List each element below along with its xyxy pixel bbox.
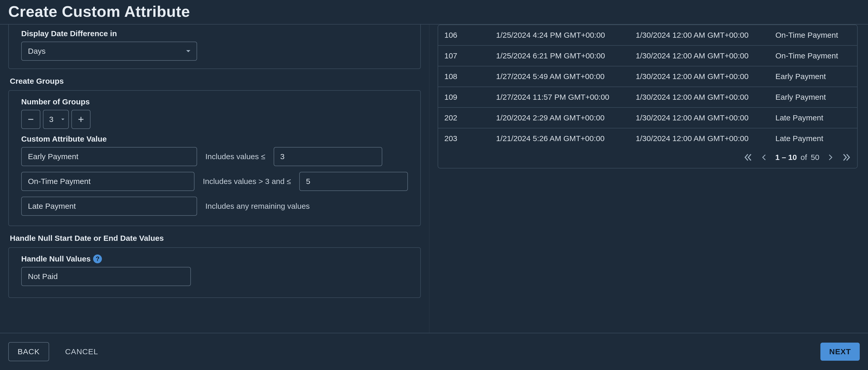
table-cell: 1/30/2024 12:00 AM GMT+00:00 bbox=[629, 25, 769, 45]
handle-null-heading: Handle Null Start Date or End Date Value… bbox=[10, 234, 421, 243]
table-cell: 203 bbox=[438, 128, 490, 148]
table-cell: 1/20/2024 2:29 AM GMT+00:00 bbox=[490, 107, 629, 128]
chevron-double-left-icon bbox=[744, 153, 753, 162]
group-threshold-input[interactable] bbox=[299, 172, 408, 191]
chevron-left-icon bbox=[760, 154, 768, 161]
pager-last-button[interactable] bbox=[842, 153, 851, 162]
minus-icon bbox=[27, 116, 34, 123]
config-left-pane: Display Date Difference in Create Groups… bbox=[0, 25, 429, 333]
table-row: 2021/20/2024 2:29 AM GMT+00:001/30/2024 … bbox=[438, 107, 857, 128]
table-cell: 202 bbox=[438, 107, 490, 128]
table-cell: On-Time Payment bbox=[769, 25, 857, 45]
table-cell: 1/25/2024 4:24 PM GMT+00:00 bbox=[490, 25, 629, 45]
num-groups-decrement-button[interactable] bbox=[21, 110, 40, 129]
preview-table-body: 1061/25/2024 4:24 PM GMT+00:001/30/2024 … bbox=[438, 25, 857, 148]
table-cell: 1/30/2024 12:00 AM GMT+00:00 bbox=[629, 128, 769, 148]
display-date-diff-select-wrap bbox=[21, 42, 197, 61]
handle-null-values-label-text: Handle Null Values bbox=[21, 255, 91, 263]
custom-attribute-value-label: Custom Attribute Value bbox=[21, 135, 408, 143]
plus-icon bbox=[78, 116, 84, 123]
table-cell: 109 bbox=[438, 87, 490, 107]
table-cell: 1/30/2024 12:00 AM GMT+00:00 bbox=[629, 66, 769, 87]
num-groups-stepper: 3 bbox=[21, 110, 408, 129]
table-cell: 107 bbox=[438, 45, 490, 66]
table-cell: 1/30/2024 12:00 AM GMT+00:00 bbox=[629, 45, 769, 66]
table-cell: 1/30/2024 12:00 AM GMT+00:00 bbox=[629, 87, 769, 107]
table-cell: 106 bbox=[438, 25, 490, 45]
next-button[interactable]: NEXT bbox=[820, 343, 860, 361]
display-date-diff-section: Display Date Difference in bbox=[8, 25, 421, 69]
table-cell: Late Payment bbox=[769, 107, 857, 128]
display-date-diff-select[interactable] bbox=[21, 42, 197, 61]
table-row: 1071/25/2024 6:21 PM GMT+00:001/30/2024 … bbox=[438, 45, 857, 66]
modal-footer: BACK CANCEL NEXT bbox=[0, 333, 868, 370]
group-condition-text: Includes values ≤ bbox=[205, 152, 266, 161]
table-cell: 1/30/2024 12:00 AM GMT+00:00 bbox=[629, 107, 769, 128]
pager-of: of bbox=[801, 153, 807, 162]
handle-null-values-label: Handle Null Values ? bbox=[21, 255, 408, 263]
help-icon[interactable]: ? bbox=[93, 255, 102, 263]
pager-prev-button[interactable] bbox=[760, 154, 768, 161]
num-groups-value-text: 3 bbox=[49, 115, 54, 124]
num-groups-value[interactable]: 3 bbox=[43, 110, 69, 129]
chevron-right-icon bbox=[827, 154, 834, 161]
preview-table: 1061/25/2024 4:24 PM GMT+00:001/30/2024 … bbox=[438, 25, 858, 168]
table-cell: Early Payment bbox=[769, 87, 857, 107]
num-groups-label: Number of Groups bbox=[21, 97, 408, 106]
group-threshold-input[interactable] bbox=[274, 147, 382, 166]
pager-first-button[interactable] bbox=[744, 153, 753, 162]
pager-range-text: 1 – 10 of 50 bbox=[775, 153, 819, 162]
create-groups-heading: Create Groups bbox=[10, 77, 421, 86]
cancel-button[interactable]: CANCEL bbox=[56, 343, 107, 361]
group-value-input[interactable] bbox=[21, 172, 194, 191]
pager-next-button[interactable] bbox=[827, 154, 834, 161]
caret-down-icon bbox=[61, 117, 65, 122]
num-groups-increment-button[interactable] bbox=[71, 110, 91, 129]
back-button[interactable]: BACK bbox=[8, 342, 49, 361]
pager-row: 1 – 10 of 50 bbox=[438, 148, 857, 168]
group-condition-text: Includes any remaining values bbox=[205, 202, 310, 210]
footer-left: BACK CANCEL bbox=[8, 342, 107, 361]
group-value-input[interactable] bbox=[21, 147, 197, 166]
table-cell: 1/25/2024 6:21 PM GMT+00:00 bbox=[490, 45, 629, 66]
group-row: Includes values > 3 and ≤ bbox=[21, 172, 408, 191]
table-cell: 1/27/2024 11:57 PM GMT+00:00 bbox=[490, 87, 629, 107]
table-cell: 1/21/2024 5:26 AM GMT+00:00 bbox=[490, 128, 629, 148]
table-cell: On-Time Payment bbox=[769, 45, 857, 66]
pager-total: 50 bbox=[811, 153, 819, 162]
table-cell: Late Payment bbox=[769, 128, 857, 148]
display-date-diff-label: Display Date Difference in bbox=[21, 29, 408, 38]
svg-rect-2 bbox=[81, 117, 81, 122]
group-condition-text: Includes values > 3 and ≤ bbox=[203, 177, 291, 186]
preview-right-pane: 1061/25/2024 4:24 PM GMT+00:001/30/2024 … bbox=[429, 25, 868, 333]
pager-range: 1 – 10 bbox=[775, 153, 797, 162]
pager: 1 – 10 of 50 bbox=[744, 153, 851, 162]
handle-null-values-input[interactable] bbox=[21, 267, 191, 286]
handle-null-section: Handle Null Values ? bbox=[8, 247, 421, 298]
table-cell: 1/27/2024 5:49 AM GMT+00:00 bbox=[490, 66, 629, 87]
group-row: Includes values ≤ bbox=[21, 147, 408, 166]
chevron-double-right-icon bbox=[842, 153, 851, 162]
table-cell: Early Payment bbox=[769, 66, 857, 87]
table-row: 1061/25/2024 4:24 PM GMT+00:001/30/2024 … bbox=[438, 25, 857, 45]
create-groups-section: Number of Groups 3 bbox=[8, 90, 421, 226]
table-row: 1081/27/2024 5:49 AM GMT+00:001/30/2024 … bbox=[438, 66, 857, 87]
modal-body: Display Date Difference in Create Groups… bbox=[0, 25, 868, 333]
table-cell: 108 bbox=[438, 66, 490, 87]
table-row: 1091/27/2024 11:57 PM GMT+00:001/30/2024… bbox=[438, 87, 857, 107]
group-row: Includes any remaining values bbox=[21, 197, 408, 216]
group-value-input[interactable] bbox=[21, 197, 197, 216]
table-row: 2031/21/2024 5:26 AM GMT+00:001/30/2024 … bbox=[438, 128, 857, 148]
svg-rect-0 bbox=[28, 119, 33, 120]
modal-title: Create Custom Attribute bbox=[8, 3, 860, 21]
modal-header: Create Custom Attribute bbox=[0, 0, 868, 25]
create-custom-attribute-modal: Create Custom Attribute Display Date Dif… bbox=[0, 0, 868, 370]
